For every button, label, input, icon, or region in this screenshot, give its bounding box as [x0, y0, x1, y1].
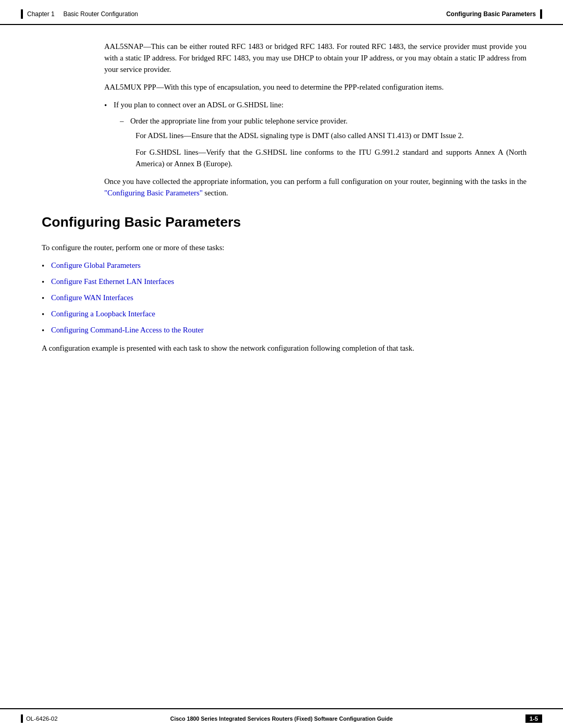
footer-left: OL-6426-02 [21, 714, 57, 723]
bullet-dot: • [104, 99, 114, 111]
footer-center-text: Cisco 1800 Series Integrated Services Ro… [151, 715, 412, 722]
bullet-dot-0: • [42, 260, 51, 272]
aal5snap-paragraph: AAL5SNAP—This can be either routed RFC 1… [104, 41, 527, 75]
once-text-after: section. [203, 189, 228, 197]
aal5mux-paragraph: AAL5MUX PPP—With this type of encapsulat… [104, 81, 527, 93]
header-bar-right [540, 9, 542, 19]
footer-doc-number: OL-6426-02 [26, 715, 57, 722]
sub-bullet-dash: – [120, 115, 130, 127]
closing-paragraph: A configuration example is presented wit… [42, 342, 527, 354]
task-item-2: • Configure WAN Interfaces [42, 292, 527, 304]
task-link-2[interactable]: Configure WAN Interfaces [51, 292, 133, 303]
task-item-1: • Configure Fast Ethernet LAN Interfaces [42, 276, 527, 288]
header-bar-left [21, 9, 23, 19]
task-list: • Configure Global Parameters • Configur… [42, 260, 527, 336]
page: Chapter 1 Basic Router Configuration Con… [0, 0, 563, 728]
chapter-title: Basic Router Configuration [63, 10, 138, 18]
header-left: Chapter 1 Basic Router Configuration [21, 9, 138, 19]
bullet-dot-3: • [42, 308, 51, 320]
indented-block: AAL5SNAP—This can be either routed RFC 1… [104, 41, 527, 199]
configuring-basic-params-link[interactable]: "Configuring Basic Parameters" [104, 189, 203, 197]
adsl-text: For ADSL lines—Ensure that the ADSL sign… [136, 131, 464, 140]
bullet-dot-4: • [42, 324, 51, 336]
task-link-1[interactable]: Configure Fast Ethernet LAN Interfaces [51, 276, 174, 287]
footer-page-number: 1-5 [525, 714, 542, 723]
once-text-before: Once you have collected the appropriate … [104, 177, 527, 186]
bullet-dot-1: • [42, 276, 51, 288]
header-right: Configuring Basic Parameters [446, 9, 542, 19]
footer-guide-title: Cisco 1800 Series Integrated Services Ro… [170, 715, 393, 722]
footer: OL-6426-02 Cisco 1800 Series Integrated … [0, 708, 563, 728]
footer-inner: OL-6426-02 Cisco 1800 Series Integrated … [21, 714, 542, 723]
section-heading-text: Configuring Basic Parameters [42, 214, 241, 230]
section-label: Configuring Basic Parameters [446, 10, 536, 18]
task-item-0: • Configure Global Parameters [42, 260, 527, 272]
task-item-3: • Configuring a Loopback Interface [42, 308, 527, 320]
main-bullet-item: • If you plan to connect over an ADSL or… [104, 99, 527, 111]
sub-bullet-item: – Order the appropriate line from your p… [120, 115, 527, 127]
main-content: AAL5SNAP—This can be either routed RFC 1… [0, 25, 563, 376]
aal5snap-text: AAL5SNAP—This can be either routed RFC 1… [104, 42, 527, 73]
sub-bullet-text: Order the appropriate line from your pub… [130, 115, 527, 127]
header-chapter: Chapter 1 Basic Router Configuration [27, 10, 138, 18]
header: Chapter 1 Basic Router Configuration Con… [0, 0, 563, 25]
section-heading: Configuring Basic Parameters [42, 214, 527, 230]
task-intro-text: To configure the router, perform one or … [42, 243, 224, 252]
bullet-section: • If you plan to connect over an ADSL or… [104, 99, 527, 169]
bullet-dot-2: • [42, 292, 51, 304]
chapter-label: Chapter 1 [27, 10, 55, 18]
once-paragraph: Once you have collected the appropriate … [104, 176, 527, 199]
task-intro: To configure the router, perform one or … [42, 242, 527, 253]
aal5mux-text: AAL5MUX PPP—With this type of encapsulat… [104, 83, 444, 91]
task-item-4: • Configuring Command-Line Access to the… [42, 324, 527, 336]
bullet-intro-text: If you plan to connect over an ADSL or G… [114, 99, 527, 110]
task-link-3[interactable]: Configuring a Loopback Interface [51, 308, 155, 319]
adsl-para: For ADSL lines—Ensure that the ADSL sign… [136, 130, 527, 141]
footer-bar-left [21, 714, 23, 723]
closing-text: A configuration example is presented wit… [42, 344, 414, 352]
task-link-4[interactable]: Configuring Command-Line Access to the R… [51, 324, 204, 336]
gshdsl-para: For G.SHDSL lines—Verify that the G.SHDS… [136, 146, 527, 169]
gshdsl-text: For G.SHDSL lines—Verify that the G.SHDS… [136, 148, 527, 168]
task-link-0[interactable]: Configure Global Parameters [51, 260, 141, 271]
